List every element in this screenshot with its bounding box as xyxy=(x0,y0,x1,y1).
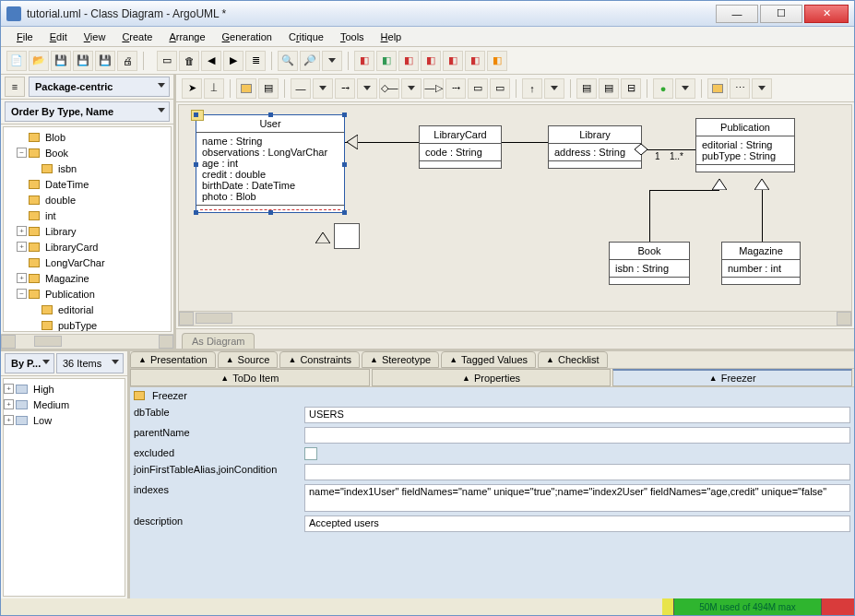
menu-arrange[interactable]: Arrange xyxy=(160,29,213,45)
gen-magazine-line[interactable] xyxy=(762,190,763,242)
menu-tools[interactable]: Tools xyxy=(332,29,373,45)
model-tree[interactable]: Blob−BookisbnDateTimedoubleint+Library+L… xyxy=(3,126,172,332)
tree-node-isbn[interactable]: isbn xyxy=(4,160,171,176)
diagram6-icon[interactable]: ◧ xyxy=(465,51,485,71)
tree-toggle-icon[interactable]: + xyxy=(17,273,27,283)
tree-node-int[interactable]: int xyxy=(4,207,171,223)
tab-source[interactable]: ▲ Source xyxy=(218,351,279,368)
tree-node-library[interactable]: +Library xyxy=(4,223,171,239)
tree-toggle-icon[interactable]: + xyxy=(17,226,27,236)
diagram4-icon[interactable]: ◧ xyxy=(421,51,441,71)
assoc-card-library[interactable] xyxy=(502,142,548,143)
zoom-drop-icon[interactable] xyxy=(322,51,342,71)
tree-toggle-icon[interactable]: + xyxy=(4,415,14,425)
nav-back-icon[interactable]: ◀ xyxy=(201,51,221,71)
tree-node-pubtype[interactable]: pubType xyxy=(4,317,171,332)
real-icon[interactable]: ⤏ xyxy=(445,78,466,99)
saveas-icon[interactable]: 💾 xyxy=(73,51,93,71)
oper-icon[interactable]: ▤ xyxy=(599,78,619,99)
save-icon[interactable]: 💾 xyxy=(51,51,71,71)
perspective-combo[interactable]: Package-centric xyxy=(29,77,170,97)
input-join[interactable] xyxy=(304,464,850,480)
todo-sort-combo[interactable]: By P... xyxy=(5,353,54,373)
open-icon[interactable]: 📂 xyxy=(29,51,49,71)
canvas-hscrollbar[interactable] xyxy=(179,311,851,326)
tree-node-magazine[interactable]: +Magazine xyxy=(4,270,171,286)
assoc-library-pub[interactable] xyxy=(642,149,695,150)
dep-icon[interactable]: ⤍ xyxy=(335,78,355,99)
menu-create[interactable]: Create xyxy=(113,29,160,45)
menu-critique[interactable]: Critique xyxy=(280,29,332,45)
minimize-button[interactable]: — xyxy=(716,5,758,23)
config-icon[interactable]: ≣ xyxy=(245,51,266,71)
gen-icon[interactable]: —▷ xyxy=(423,78,444,99)
tree-toggle-icon[interactable]: + xyxy=(4,384,14,394)
tab-constraints[interactable]: ▲ Constraints xyxy=(279,351,360,368)
tab-tagged-values[interactable]: ▲ Tagged Values xyxy=(441,351,536,368)
tree-node-librarycard[interactable]: +LibraryCard xyxy=(4,239,171,255)
checkbox-excluded[interactable] xyxy=(304,447,317,460)
tree-node-publication[interactable]: −Publication xyxy=(4,286,171,302)
uml-class-book[interactable]: Book isbn : String xyxy=(609,242,690,285)
dot-drop-icon[interactable] xyxy=(675,78,695,99)
gen-book-line[interactable] xyxy=(649,190,650,242)
canvas-scroll-right-icon[interactable] xyxy=(837,312,851,326)
up-drop-icon[interactable] xyxy=(544,78,564,99)
aggr-drop-icon[interactable] xyxy=(401,78,422,99)
tree-toggle-icon[interactable]: + xyxy=(17,242,27,252)
menu-file[interactable]: File xyxy=(8,29,42,45)
print-icon[interactable]: 🖨 xyxy=(117,51,137,71)
diagram5-icon[interactable]: ◧ xyxy=(443,51,463,71)
menu-edit[interactable]: Edit xyxy=(42,29,76,45)
class-name[interactable]: User xyxy=(196,115,344,133)
attr-icon[interactable]: ▤ xyxy=(576,78,597,99)
diagram-canvas[interactable]: User name : String observations : LongVa… xyxy=(179,105,851,311)
pkg2-icon[interactable]: ▭ xyxy=(490,78,510,99)
broom-icon[interactable]: ⟘ xyxy=(204,78,224,99)
zoom-icon[interactable]: 🔎 xyxy=(300,51,320,71)
todo-count[interactable]: 36 Items xyxy=(56,353,124,373)
uml-class-publication[interactable]: Publication editorial : String pubType :… xyxy=(695,118,795,172)
diagram2-icon[interactable]: ◧ xyxy=(376,51,397,71)
assoc-icon[interactable]: — xyxy=(291,78,311,99)
class-attrs[interactable]: name : String observations : LongVarChar… xyxy=(196,133,344,205)
tree-hscrollbar[interactable] xyxy=(1,334,173,349)
misc-icon[interactable]: ⋯ xyxy=(730,78,750,99)
scroll-right-icon[interactable] xyxy=(159,335,173,349)
tree-node-longvarchar[interactable]: LongVarChar xyxy=(4,255,171,270)
input-indexes[interactable]: name="index1User" fieldNames="name" uniq… xyxy=(304,484,850,512)
diagram1-icon[interactable]: ◧ xyxy=(354,51,374,71)
misc-drop-icon[interactable] xyxy=(752,78,772,99)
memory-gauge[interactable]: 50M used of 494M max xyxy=(662,598,854,615)
canvas-scroll-left-icon[interactable] xyxy=(179,312,194,326)
order-combo[interactable]: Order By Type, Name xyxy=(5,101,170,122)
assoc-drop-icon[interactable] xyxy=(313,78,333,99)
dot-icon[interactable]: ● xyxy=(653,78,673,99)
perspective-config-icon[interactable]: ≡ xyxy=(5,77,25,97)
uml-class-library[interactable]: Library address : String xyxy=(548,125,642,169)
uml-class-magazine[interactable]: Magazine number : int xyxy=(721,242,801,285)
diagram3-icon[interactable]: ◧ xyxy=(398,51,419,71)
tab-todo-item[interactable]: ▲ ToDo Item xyxy=(130,369,370,386)
tree-toggle-icon[interactable]: + xyxy=(4,399,14,409)
tab-stereotype[interactable]: ▲ Stereotype xyxy=(362,351,439,368)
tree-node-double[interactable]: double xyxy=(4,192,171,207)
tab-as-diagram[interactable]: As Diagram xyxy=(182,333,255,349)
menu-help[interactable]: Help xyxy=(373,29,410,45)
maximize-button[interactable]: ☐ xyxy=(760,5,802,23)
tab-freezer[interactable]: ▲ Freezer xyxy=(612,369,852,386)
diagram7-icon[interactable]: ◧ xyxy=(487,51,507,71)
tab-presentation[interactable]: ▲ Presentation xyxy=(130,351,216,368)
tree-node-editorial[interactable]: editorial xyxy=(4,302,171,317)
new-icon[interactable]: 📄 xyxy=(6,51,27,71)
note-icon[interactable] xyxy=(707,78,728,99)
delete-icon[interactable]: 🗑 xyxy=(179,51,199,71)
tree-node-blob[interactable]: Blob xyxy=(4,129,171,145)
pkg-icon[interactable]: ▭ xyxy=(468,78,488,99)
find-icon[interactable]: 🔍 xyxy=(278,51,298,71)
menu-view[interactable]: View xyxy=(76,29,114,45)
pointer-icon[interactable]: ➤ xyxy=(182,78,202,99)
input-dbtable[interactable]: USERS xyxy=(304,407,850,423)
tree-toggle-icon[interactable]: − xyxy=(17,148,27,158)
close-button[interactable]: ✕ xyxy=(804,5,849,23)
